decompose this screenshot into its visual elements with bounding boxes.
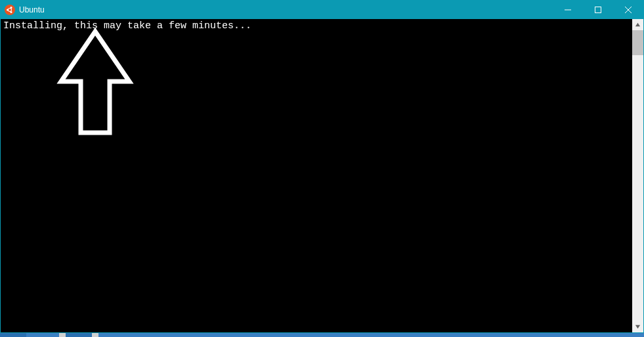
vertical-scrollbar[interactable]: [632, 19, 643, 332]
ubuntu-icon: [5, 5, 15, 15]
scroll-up-button[interactable]: [632, 19, 643, 30]
ubuntu-terminal-window: Ubuntu Installing, this may take a few m…: [0, 0, 644, 333]
taskbar-strip: [0, 333, 644, 337]
close-button[interactable]: [613, 1, 643, 19]
maximize-button[interactable]: [583, 1, 613, 19]
window-title: Ubuntu: [19, 5, 553, 14]
scroll-track[interactable]: [632, 30, 643, 321]
window-content: Installing, this may take a few minutes.…: [1, 19, 643, 332]
terminal-line: Installing, this may take a few minutes.…: [3, 20, 251, 32]
scroll-down-button[interactable]: [632, 321, 643, 332]
scroll-thumb[interactable]: [632, 30, 643, 55]
window-titlebar[interactable]: Ubuntu: [1, 1, 643, 19]
terminal-output[interactable]: Installing, this may take a few minutes.…: [1, 19, 632, 332]
minimize-button[interactable]: [553, 1, 583, 19]
svg-rect-3: [595, 7, 601, 13]
